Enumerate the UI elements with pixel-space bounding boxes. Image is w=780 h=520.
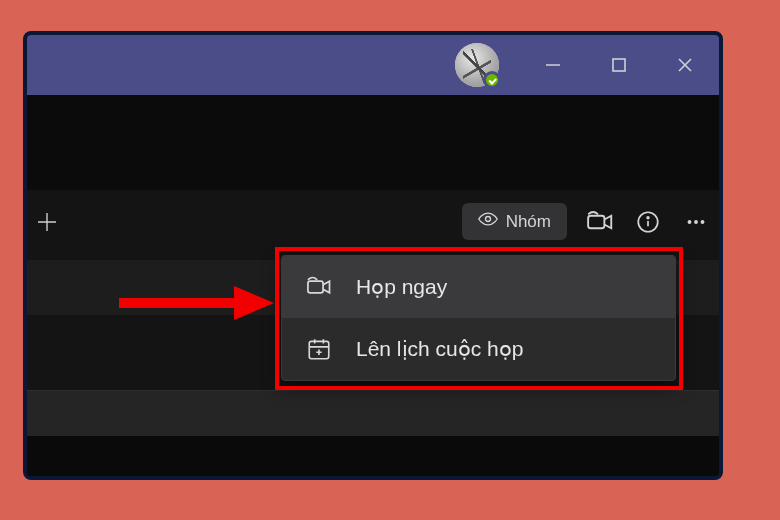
eye-icon: [478, 209, 498, 234]
more-options-button[interactable]: [681, 207, 711, 237]
content-area: Nhóm Họp ngay: [27, 95, 719, 476]
channel-toolbar: Nhóm: [462, 203, 711, 240]
group-visibility-button[interactable]: Nhóm: [462, 203, 567, 240]
app-window: Nhóm Họp ngay: [23, 31, 723, 480]
group-visibility-label: Nhóm: [506, 212, 551, 232]
header-strip: [27, 95, 719, 190]
window-maximize-button[interactable]: [595, 43, 643, 87]
svg-point-13: [701, 220, 705, 224]
window-minimize-button[interactable]: [529, 43, 577, 87]
meet-button[interactable]: [585, 207, 615, 237]
meet-dropdown: Họp ngay Lên lịch cuộc họp: [281, 255, 676, 381]
schedule-meeting-item[interactable]: Lên lịch cuộc họp: [282, 318, 675, 380]
meet-now-label: Họp ngay: [356, 275, 447, 299]
svg-point-11: [688, 220, 692, 224]
add-tab-button[interactable]: [30, 205, 64, 239]
window-close-button[interactable]: [661, 43, 709, 87]
svg-point-12: [694, 220, 698, 224]
video-camera-icon: [304, 272, 334, 302]
svg-rect-14: [308, 281, 323, 293]
bottom-band: [27, 436, 719, 476]
svg-point-6: [485, 217, 490, 222]
avatar[interactable]: [455, 43, 499, 87]
info-button[interactable]: [633, 207, 663, 237]
meet-now-item[interactable]: Họp ngay: [282, 256, 675, 318]
titlebar: [27, 35, 719, 95]
schedule-meeting-label: Lên lịch cuộc họp: [356, 337, 523, 361]
svg-rect-7: [588, 215, 604, 228]
calendar-icon: [304, 334, 334, 364]
svg-rect-1: [613, 59, 625, 71]
presence-badge-available: [483, 71, 501, 89]
svg-point-10: [647, 216, 649, 218]
